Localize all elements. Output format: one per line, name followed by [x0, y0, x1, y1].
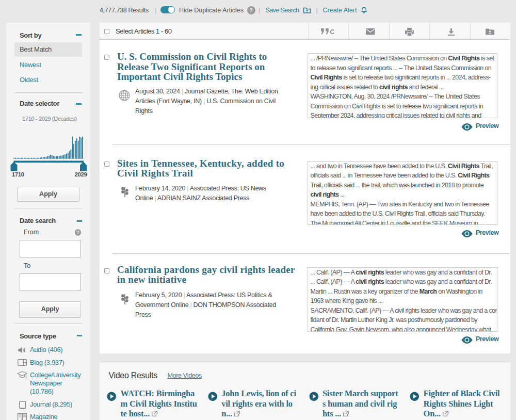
svg-text:C: C	[330, 28, 335, 35]
